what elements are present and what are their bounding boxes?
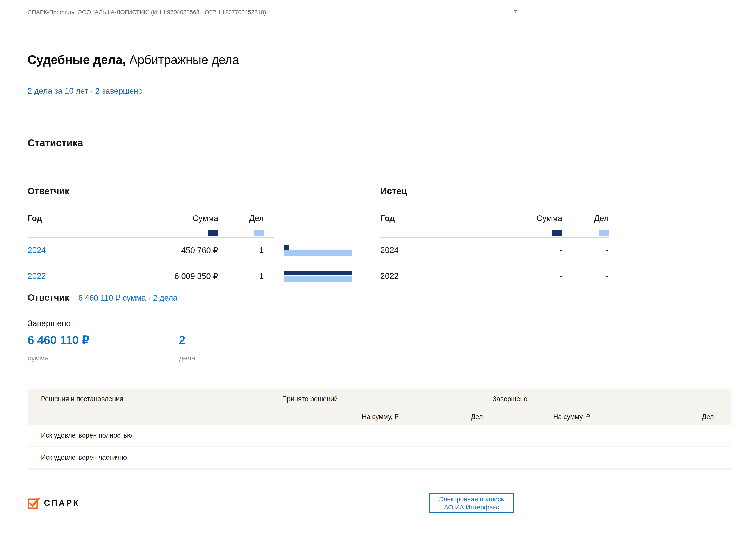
table-row: 2022 - - bbox=[380, 263, 738, 289]
page-title-main: Судебные дела, bbox=[28, 53, 126, 66]
group-finished: Завершено bbox=[493, 395, 527, 403]
cases-value: - bbox=[562, 271, 608, 281]
spark-logo-text: СПАРК bbox=[44, 498, 80, 508]
cases-value: - bbox=[562, 246, 608, 255]
decisions-table-header: Решения и постановления Принято решений … bbox=[28, 389, 731, 425]
doc-header-title: СПАРК-Профиль: ООО "АЛЬФА-ЛОГИСТИК" (ИНН… bbox=[28, 9, 266, 16]
digital-signature-stamp[interactable]: Электронная подпись АО ИА Интерфакс bbox=[429, 493, 514, 513]
kpi-cases: 2 дела bbox=[179, 333, 736, 363]
kpi-cases-value: 2 bbox=[179, 333, 736, 347]
group-accepted: Принято решений bbox=[282, 395, 338, 403]
page-title-sub: Арбитражные дела bbox=[126, 53, 239, 66]
spark-checkbox-icon bbox=[28, 496, 40, 509]
sum-value: 450 760 ₽ bbox=[75, 246, 218, 255]
col-cases: Дел bbox=[562, 214, 608, 223]
cases-bar bbox=[284, 250, 352, 256]
finished-count-link[interactable]: 2 завершено bbox=[95, 87, 143, 95]
dot-separator: · bbox=[88, 87, 95, 95]
defendant-table-header: Год Сумма Дел bbox=[28, 214, 274, 238]
accepted-sum-value: — bbox=[243, 454, 399, 461]
spark-logo: СПАРК bbox=[28, 496, 80, 509]
defendant-table: Ответчик Год Сумма Дел 2024 450 760 ₽ 1 bbox=[28, 186, 352, 289]
sum-value: - bbox=[428, 246, 562, 255]
statistics-heading: Статистика bbox=[28, 137, 736, 149]
stamp-line2: АО ИА Интерфакс bbox=[444, 503, 499, 511]
defendant-heading: Ответчик bbox=[28, 186, 352, 196]
legend-cases-swatch bbox=[254, 230, 264, 236]
plaintiff-table: Истец Год Сумма Дел 2024 - - 2022 bbox=[380, 186, 738, 289]
year-link-2024[interactable]: 2024 bbox=[28, 246, 75, 255]
plaintiff-heading: Истец bbox=[380, 186, 738, 196]
cases-count-link[interactable]: 2 дела за 10 лет bbox=[28, 87, 88, 95]
legend bbox=[28, 230, 274, 236]
sum-value: 6 009 350 ₽ bbox=[75, 271, 218, 281]
decision-name: Иск удовлетворен полностью bbox=[28, 431, 243, 439]
divider bbox=[28, 162, 736, 162]
defendant-total-line: Ответчик 6 460 110 ₽ сумма·2 дела bbox=[28, 292, 736, 303]
table-row: Иск удовлетворен полностью — — — — — — bbox=[28, 425, 731, 447]
col-accepted-sum: На сумму, ₽ bbox=[243, 413, 399, 421]
year-link-2022[interactable]: 2022 bbox=[28, 271, 75, 281]
divider bbox=[28, 110, 736, 111]
kpi-sum-label: сумма bbox=[28, 354, 179, 362]
legend-sum-swatch bbox=[208, 230, 218, 236]
finished-cases-value: — bbox=[607, 431, 714, 439]
completed-kpis: 6 460 110 ₽ сумма 2 дела bbox=[28, 333, 736, 363]
summary-links: 2 дела за 10 лет·2 завершено bbox=[28, 87, 736, 96]
sum-bar bbox=[284, 245, 289, 249]
page-title: Судебные дела, Арбитражные дела bbox=[28, 52, 736, 67]
table-row: 2022 6 009 350 ₽ 1 bbox=[28, 263, 352, 289]
col-cases: Дел bbox=[218, 214, 264, 223]
bar-chart-2022 bbox=[284, 271, 352, 282]
col-finished-cases: Дел bbox=[607, 413, 714, 421]
finished-sum-value: — bbox=[483, 454, 590, 461]
accepted-cases-value: — bbox=[415, 431, 483, 439]
running-header: СПАРК-Профиль: ООО "АЛЬФА-ЛОГИСТИК" (ИНН… bbox=[28, 0, 522, 22]
col-accepted-cases: Дел bbox=[415, 413, 483, 421]
accepted-sum-value: — bbox=[243, 431, 399, 439]
cases-value: 1 bbox=[218, 271, 264, 281]
defendant-sum-link[interactable]: 6 460 110 ₽ сумма bbox=[78, 293, 146, 302]
sum-bar bbox=[284, 271, 352, 275]
legend bbox=[380, 230, 608, 236]
legend-sum-swatch bbox=[552, 230, 562, 236]
defendant-cases-link[interactable]: 2 дела bbox=[153, 293, 177, 302]
finished-sum-value: — bbox=[483, 431, 590, 439]
completed-heading: Завершено bbox=[28, 319, 736, 329]
decisions-table: Решения и постановления Принято решений … bbox=[28, 389, 731, 470]
plaintiff-table-header: Год Сумма Дел bbox=[380, 214, 608, 238]
col-year: Год bbox=[380, 214, 428, 223]
sum-value: - bbox=[428, 271, 562, 281]
col-sum: Сумма bbox=[428, 214, 562, 223]
kpi-sum: 6 460 110 ₽ сумма bbox=[28, 333, 179, 363]
cases-bar bbox=[284, 276, 352, 282]
table-row: 2024 450 760 ₽ 1 bbox=[28, 238, 352, 263]
table-row: Иск удовлетворен частично — — — — — — bbox=[28, 447, 731, 470]
legend-cases-swatch bbox=[599, 230, 608, 236]
col-decisions: Решения и постановления bbox=[41, 395, 123, 403]
decision-name: Иск удовлетворен частично bbox=[28, 454, 243, 461]
col-sum: Сумма bbox=[75, 214, 218, 223]
cases-value: 1 bbox=[218, 246, 264, 255]
accepted-cases-value: — bbox=[415, 454, 483, 461]
table-row: 2024 - - bbox=[380, 238, 738, 263]
page: СПАРК-Профиль: ООО "АЛЬФА-ЛОГИСТИК" (ИНН… bbox=[28, 0, 736, 526]
statistics-tables: Ответчик Год Сумма Дел 2024 450 760 ₽ 1 bbox=[28, 186, 736, 289]
kpi-sum-value: 6 460 110 ₽ bbox=[28, 333, 179, 347]
page-number: 7 bbox=[514, 9, 517, 16]
finished-cases-value: — bbox=[607, 454, 714, 461]
dot-separator: · bbox=[146, 293, 153, 302]
finished-sum-sub-value: — bbox=[590, 454, 607, 461]
year-value: 2022 bbox=[380, 271, 428, 281]
col-finished-sum: На сумму, ₽ bbox=[483, 413, 590, 421]
finished-sum-sub-value: — bbox=[590, 431, 607, 439]
year-value: 2024 bbox=[380, 246, 428, 255]
divider bbox=[28, 309, 736, 309]
defendant-total-heading: Ответчик bbox=[28, 292, 69, 303]
kpi-cases-label: дела bbox=[179, 354, 736, 362]
page-footer: СПАРК Электронная подпись АО ИА Интерфак… bbox=[28, 483, 736, 526]
accepted-sum-sub-value: — bbox=[399, 431, 415, 439]
stamp-line1: Электронная подпись bbox=[439, 495, 504, 503]
col-year: Год bbox=[28, 214, 75, 223]
accepted-sum-sub-value: — bbox=[399, 454, 415, 461]
